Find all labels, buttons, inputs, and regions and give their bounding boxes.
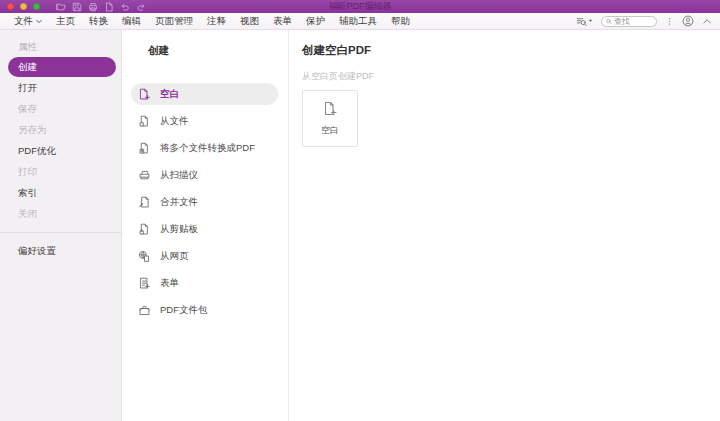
create-item-label: 从文件	[160, 115, 189, 128]
create-item-label: 表单	[160, 277, 179, 290]
save-icon[interactable]	[72, 2, 82, 12]
sidebar-item-preferences[interactable]: 偏好设置	[0, 240, 121, 261]
webpage-icon	[138, 250, 151, 263]
blank-page-icon	[138, 88, 151, 101]
create-item-label: PDF文件包	[160, 304, 208, 317]
caret-down-icon	[588, 19, 593, 23]
create-blank-pdf-panel: 创建空白PDF 从空白页创建PDF 空白	[289, 30, 720, 421]
close-window-button[interactable]	[7, 3, 14, 10]
find-replace-button[interactable]	[576, 16, 593, 27]
detail-subtitle: 从空白页创建PDF	[302, 70, 720, 83]
create-item-label: 从扫描仪	[160, 169, 198, 182]
find-replace-icon	[576, 16, 587, 27]
combine-files-icon	[138, 196, 151, 209]
create-item-label: 空白	[160, 88, 179, 101]
scanner-icon	[138, 169, 151, 182]
menu-help[interactable]: 帮助	[391, 15, 410, 28]
menu-form[interactable]: 表单	[273, 15, 292, 28]
menu-home[interactable]: 主页	[56, 15, 75, 28]
create-item-form[interactable]: 表单	[131, 272, 278, 294]
create-options-panel: 创建 空白 从文件 将多个文件转换成PDF 从扫描仪 合并文件	[122, 30, 289, 421]
backstage-view: 属性 创建 打开 保存 另存为 PDF优化 打印 索引 关闭 偏好设置 创建 空…	[0, 30, 720, 421]
menu-bar: 文件 主页 转换 编辑 页面管理 注释 视图 表单 保护 辅助工具 帮助	[0, 13, 720, 30]
create-item-pdf-portfolio[interactable]: PDF文件包	[131, 299, 278, 321]
menu-page-management[interactable]: 页面管理	[155, 15, 193, 28]
chevron-up-icon	[702, 17, 712, 25]
blank-page-icon	[322, 101, 338, 117]
convert-multiple-icon	[138, 142, 151, 155]
print-icon[interactable]	[88, 2, 98, 12]
create-item-from-scanner[interactable]: 从扫描仪	[131, 164, 278, 186]
search-input[interactable]	[614, 17, 652, 26]
blank-pdf-card[interactable]: 空白	[302, 90, 358, 147]
create-options-list: 空白 从文件 将多个文件转换成PDF 从扫描仪 合并文件 从剪贴板	[122, 83, 288, 321]
redo-icon[interactable]	[136, 2, 146, 12]
detail-title: 创建空白PDF	[302, 43, 720, 58]
sidebar-item-index[interactable]: 索引	[0, 182, 121, 203]
create-item-from-clipboard[interactable]: 从剪贴板	[131, 218, 278, 240]
create-item-label: 从网页	[160, 250, 189, 263]
create-item-combine-files[interactable]: 合并文件	[131, 191, 278, 213]
sidebar-item-pdf-optimize[interactable]: PDF优化	[0, 140, 121, 161]
file-menu-sidebar: 属性 创建 打开 保存 另存为 PDF优化 打印 索引 关闭 偏好设置	[0, 30, 122, 421]
sidebar-item-open[interactable]: 打开	[0, 77, 121, 98]
open-folder-icon[interactable]	[56, 2, 66, 12]
sidebar-divider	[0, 232, 121, 233]
ellipsis-vertical-icon	[665, 16, 674, 27]
sidebar-item-save: 保存	[0, 98, 121, 119]
account-button[interactable]	[682, 15, 694, 27]
create-item-label: 合并文件	[160, 196, 198, 209]
menu-protect[interactable]: 保护	[306, 15, 325, 28]
more-options-button[interactable]	[665, 16, 674, 27]
sidebar-item-save-as: 另存为	[0, 119, 121, 140]
traffic-lights	[7, 3, 40, 10]
create-item-label: 从剪贴板	[160, 223, 198, 236]
from-file-icon	[138, 115, 151, 128]
quick-access-toolbar	[56, 2, 146, 12]
sidebar-item-properties: 属性	[0, 36, 121, 57]
account-avatar-icon	[682, 15, 694, 27]
search-icon	[606, 18, 612, 25]
clipboard-icon	[138, 223, 151, 236]
zoom-window-button[interactable]	[33, 3, 40, 10]
menu-view[interactable]: 视图	[240, 15, 259, 28]
menu-comment[interactable]: 注释	[207, 15, 226, 28]
search-box[interactable]	[601, 16, 657, 27]
create-item-blank[interactable]: 空白	[131, 83, 278, 105]
collapse-toolbar-button[interactable]	[702, 17, 712, 25]
sidebar-item-print: 打印	[0, 161, 121, 182]
blank-card-label: 空白	[321, 124, 339, 137]
form-icon	[138, 277, 151, 290]
chevron-down-icon	[36, 19, 42, 24]
create-item-from-webpage[interactable]: 从网页	[131, 245, 278, 267]
create-item-label: 将多个文件转换成PDF	[160, 142, 255, 155]
new-document-icon[interactable]	[104, 2, 114, 12]
sidebar-item-close: 关闭	[0, 203, 121, 224]
menu-file[interactable]: 文件	[14, 15, 42, 28]
sidebar-item-create[interactable]: 创建	[8, 57, 116, 77]
create-panel-title: 创建	[148, 44, 288, 58]
create-item-convert-multiple[interactable]: 将多个文件转换成PDF	[131, 137, 278, 159]
minimize-window-button[interactable]	[20, 3, 27, 10]
menu-convert[interactable]: 转换	[89, 15, 108, 28]
undo-icon[interactable]	[120, 2, 130, 12]
menu-edit[interactable]: 编辑	[122, 15, 141, 28]
create-item-from-file[interactable]: 从文件	[131, 110, 278, 132]
portfolio-icon	[138, 304, 151, 317]
menu-bar-right	[576, 15, 712, 27]
title-bar: 福昕PDF编辑器	[0, 0, 720, 13]
menu-accessibility-tools[interactable]: 辅助工具	[339, 15, 377, 28]
menu-items: 文件 主页 转换 编辑 页面管理 注释 视图 表单 保护 辅助工具 帮助	[14, 15, 410, 28]
